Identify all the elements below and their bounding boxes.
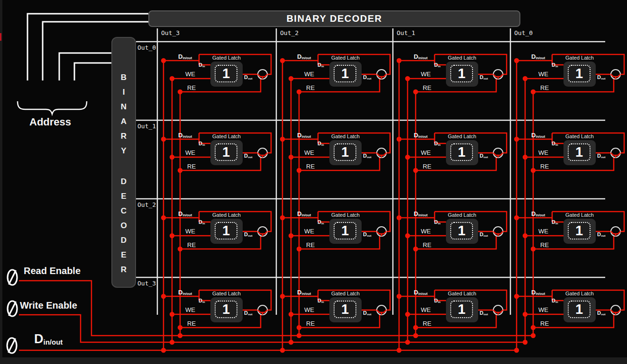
cell-re-label: RE (423, 320, 431, 327)
cell-we-label: WE (421, 71, 431, 78)
gated-latch-box: Din 1 (446, 219, 478, 244)
gated-latch-box: Din 1 (210, 219, 243, 244)
dout-label: Dout (597, 153, 606, 159)
memory-cell: Din/out WE RE Gated Latch Din 1 Dout (393, 42, 511, 120)
din-label: Din (318, 141, 324, 146)
stored-bit-display[interactable]: 1 (450, 143, 473, 161)
row-label-out_0: Out_0 (137, 44, 156, 51)
cell-re-label: RE (187, 320, 196, 327)
memory-cell: Din/out WE RE Gated Latch Din 1 Dout (276, 42, 395, 120)
cell-dinout-label: Din/out (297, 132, 311, 139)
cell-re-label: RE (540, 84, 549, 91)
cell-re-label: RE (540, 320, 549, 327)
column-label-out_2: Out_2 (280, 29, 299, 36)
memory-cell: Din/out WE RE Gated Latch Din 1 Dout (510, 277, 627, 356)
cell-dinout-label: Din/out (414, 53, 427, 60)
gated-latch-title: Gated Latch (212, 291, 241, 296)
left-decoder-letter: E (121, 189, 126, 204)
cell-we-label: WE (421, 306, 431, 313)
data-inout-zero-toggle[interactable] (5, 336, 19, 355)
read-enable-label: Read Enable (24, 266, 81, 276)
read-enable-zero-toggle[interactable] (5, 268, 19, 287)
gated-latch-box: Din 1 (329, 140, 362, 165)
gated-latch-box: Din 1 (563, 219, 596, 244)
gated-latch-box: Din 1 (446, 62, 478, 87)
stored-bit-display[interactable]: 1 (568, 301, 591, 318)
left-decoder-letter: A (121, 114, 127, 129)
cell-we-label: WE (304, 149, 314, 156)
memory-cell: Din/out WE RE Gated Latch Din 1 Dout (276, 120, 395, 199)
cell-we-label: WE (538, 71, 548, 78)
stored-bit-display[interactable]: 1 (568, 143, 591, 161)
cell-re-label: RE (306, 241, 315, 249)
stored-bit-display[interactable]: 1 (334, 65, 356, 82)
din-label: Din (199, 219, 205, 225)
stored-bit-display[interactable]: 1 (215, 65, 237, 82)
stored-bit-display[interactable]: 1 (568, 222, 591, 240)
stored-bit-display[interactable]: 1 (334, 222, 356, 240)
cell-re-label: RE (423, 84, 431, 91)
dout-label: Dout (363, 310, 372, 316)
left-decoder-letter: R (121, 129, 127, 143)
cell-we-label: WE (185, 71, 195, 78)
gated-latch-box: Din 1 (563, 140, 596, 165)
window-bottom-edge (0, 357, 627, 364)
gated-latch-title: Gated Latch (212, 55, 241, 61)
data-inout-label: Din/out (34, 332, 63, 346)
dout-label: Dout (597, 231, 606, 237)
stored-bit-display[interactable]: 1 (334, 143, 356, 161)
din-label: Din (318, 62, 324, 68)
memory-cell: Din/out WE RE Gated Latch Din 1 Dout (276, 277, 395, 356)
top-binary-decoder-label: BINARY DECODER (286, 13, 382, 24)
row-label-out_1: Out_1 (137, 123, 156, 130)
cell-re-label: RE (540, 163, 549, 170)
cell-dinout-label: Din/out (531, 53, 545, 60)
memory-cell: Din/out WE RE Gated Latch Din 1 Dout (157, 277, 276, 356)
stored-bit-display[interactable]: 1 (450, 65, 473, 82)
memory-cell: Din/out WE RE Gated Latch Din 1 Dout (157, 42, 276, 120)
memory-cell: Din/out WE RE Gated Latch Din 1 Dout (393, 199, 511, 277)
column-label-out_0: Out_0 (514, 29, 533, 36)
cell-dinout-label: Din/out (178, 210, 192, 217)
cell-dinout-label: Din/out (178, 289, 192, 296)
cell-we-label: WE (304, 228, 314, 235)
cell-dinout-label: Din/out (531, 289, 545, 296)
cell-dinout-label: Din/out (414, 132, 427, 139)
cell-we-label: WE (304, 306, 314, 313)
window-left-edge (0, 0, 2, 357)
zero-glyph (5, 268, 19, 287)
cell-dinout-label: Din/out (297, 210, 311, 217)
cell-re-label: RE (187, 84, 196, 91)
stored-bit-display[interactable]: 1 (215, 222, 237, 240)
stored-bit-display[interactable]: 1 (568, 65, 591, 82)
memory-cell: Din/out WE RE Gated Latch Din 1 Dout (510, 199, 627, 277)
din-label: Din (199, 141, 205, 146)
cell-we-label: WE (421, 149, 431, 156)
gated-latch-title: Gated Latch (565, 55, 594, 61)
column-label-out_3: Out_3 (161, 29, 180, 36)
memory-cell: Din/out WE RE Gated Latch Din 1 Dout (393, 120, 511, 199)
dout-label: Dout (244, 74, 253, 80)
stored-bit-display[interactable]: 1 (334, 301, 356, 318)
left-decoder-letter: E (121, 248, 126, 262)
cell-re-label: RE (187, 163, 196, 170)
din-label: Din (552, 298, 558, 303)
left-decoder-letter: C (121, 204, 127, 218)
cell-dinout-label: Din/out (531, 132, 545, 139)
stored-bit-display[interactable]: 1 (215, 301, 237, 318)
row-label-out_2: Out_2 (137, 201, 156, 208)
din-label: Din (199, 298, 205, 303)
stored-bit-display[interactable]: 1 (215, 143, 237, 161)
dout-label: Dout (597, 310, 606, 316)
cell-dinout-label: Din/out (297, 53, 311, 60)
left-decoder-letter: R (121, 262, 127, 277)
gated-latch-title: Gated Latch (212, 133, 241, 139)
stored-bit-display[interactable]: 1 (450, 301, 473, 318)
gated-latch-box: Din 1 (563, 297, 596, 322)
stored-bit-display[interactable]: 1 (450, 222, 473, 240)
gated-latch-box: Din 1 (210, 297, 243, 322)
write-enable-zero-toggle[interactable] (5, 299, 19, 318)
gated-latch-box: Din 1 (329, 297, 362, 322)
cell-we-label: WE (421, 228, 431, 235)
dout-label: Dout (363, 153, 372, 159)
